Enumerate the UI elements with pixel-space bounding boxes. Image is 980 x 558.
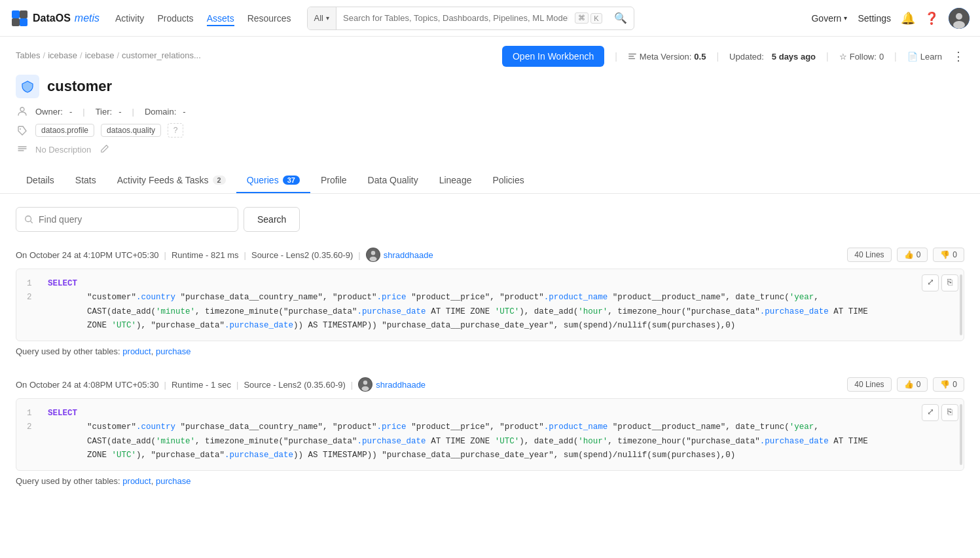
svg-point-8 [20, 128, 21, 130]
learn-button[interactable]: 📄 Learn [907, 52, 942, 62]
nav-assets[interactable]: Assets [207, 10, 234, 26]
description-text: No Description [35, 145, 91, 155]
svg-rect-3 [20, 18, 27, 26]
query-lines-1: 40 Lines [847, 248, 891, 262]
query-source-2: Source - Lens2 (0.35.60-9) [244, 380, 345, 390]
tab-activity-feeds[interactable]: Activity Feeds & Tasks 2 [107, 168, 236, 193]
code-line-1-1: 1 SELECT [27, 277, 953, 291]
tab-lineage[interactable]: Lineage [429, 168, 482, 193]
scrollbar-1[interactable] [960, 274, 962, 335]
breadcrumb: Tables / icebase / icebase / customer_re… [16, 50, 201, 60]
query-search-input[interactable] [39, 214, 230, 225]
code-line-2-2: 2 "customer".country "purchase_data__cou… [27, 420, 953, 434]
breadcrumb-tables[interactable]: Tables [16, 50, 41, 60]
tab-profile[interactable]: Profile [310, 168, 357, 193]
queries-badge: 37 [283, 176, 300, 185]
query-runtime-2: Runtime - 1 sec [172, 380, 231, 390]
open-workbench-button[interactable]: Open In Workbench [502, 46, 604, 67]
version-icon [628, 52, 637, 61]
breadcrumb-icebase1[interactable]: icebase [48, 50, 77, 60]
tab-policies[interactable]: Policies [482, 168, 534, 193]
query-user-1[interactable]: shraddhaade [366, 248, 433, 262]
search-keyboard-shortcut: ⌘ K [575, 12, 607, 24]
breadcrumb-customer-relations[interactable]: customer_relations... [122, 50, 201, 60]
entity-icon [16, 75, 39, 98]
svg-rect-2 [12, 18, 20, 26]
tab-queries[interactable]: Queries 37 [236, 168, 310, 193]
nav-links: Activity Products Assets Resources [115, 10, 291, 26]
more-options-button[interactable]: ⋮ [953, 49, 964, 64]
app-logo[interactable]: DataOS metis [10, 9, 100, 28]
nav-products[interactable]: Products [157, 10, 193, 26]
copy-code-button-1[interactable]: ⎘ [941, 274, 958, 291]
query-search-box[interactable] [16, 207, 238, 232]
description-icon [16, 145, 29, 155]
svg-point-14 [363, 381, 367, 384]
owner-tier-domain-row: Owner: - | Tier: - | Domain: - [16, 106, 964, 117]
nav-activity[interactable]: Activity [115, 10, 144, 26]
query-meta-right-2: 40 Lines 👍 0 👎 0 [847, 377, 964, 392]
page-header-actions: Open In Workbench | Meta Version: 0.5 | … [502, 46, 964, 67]
query-search-icon [24, 215, 33, 224]
query-code-2: ⤢ ⎘ 1 SELECT 2 "customer".country "purch… [16, 398, 964, 471]
footer-link-purchase-1[interactable]: purchase [156, 346, 191, 356]
follow-button[interactable]: ☆ Follow: 0 [839, 52, 884, 62]
code-line-2-3: CAST(date_add('minute', timezone_minute(… [27, 435, 953, 449]
expand-code-button-1[interactable]: ⤢ [922, 274, 939, 291]
owner-value: - [69, 107, 72, 117]
nav-right-area: Govern ▾ Settings 🔔 ❓ [811, 8, 970, 29]
upvote-button-2[interactable]: 👍 0 [897, 377, 928, 392]
query-lines-2: 40 Lines [847, 377, 891, 392]
scrollbar-2[interactable] [960, 404, 962, 465]
query-card-2: On October 24 at 4:08PM UTC+05:30 | Runt… [16, 377, 964, 486]
add-tag-button[interactable]: ? [168, 123, 183, 138]
search-input[interactable] [336, 7, 575, 29]
user-avatar[interactable] [949, 8, 970, 29]
code-line-1-4: ZONE 'UTC'), "purchase_data".purchase_da… [27, 319, 953, 333]
govern-button[interactable]: Govern ▾ [811, 13, 847, 24]
edit-description-icon[interactable] [100, 144, 109, 155]
query-search-button[interactable]: Search [244, 207, 300, 232]
upvote-button-1[interactable]: 👍 0 [897, 248, 928, 262]
domain-value: - [183, 107, 185, 117]
global-search-bar[interactable]: All ▾ ⌘ K 🔍 [307, 7, 634, 30]
tag-icon [16, 125, 29, 136]
query-footer-2: Query used by other tables: product, pur… [16, 476, 964, 486]
description-row: No Description [16, 144, 964, 155]
activity-feeds-badge: 2 [213, 176, 226, 185]
search-prefix[interactable]: All ▾ [308, 7, 336, 29]
breadcrumb-icebase2[interactable]: icebase [85, 50, 115, 60]
entity-meta-rows: Owner: - | Tier: - | Domain: - dataos.pr… [0, 98, 980, 155]
notifications-icon[interactable]: 🔔 [901, 12, 915, 25]
queries-content: Search On October 24 at 4:10PM UTC+05:30… [0, 194, 980, 520]
query-code-1: ⤢ ⎘ 1 SELECT 2 "customer".country "purch… [16, 269, 964, 341]
svg-point-6 [953, 21, 965, 29]
settings-link[interactable]: Settings [858, 13, 891, 24]
footer-link-product-2[interactable]: product [122, 476, 151, 486]
nav-resources[interactable]: Resources [247, 10, 291, 26]
tab-details[interactable]: Details [16, 168, 65, 193]
updated-info: Updated: 5 days ago [729, 52, 816, 62]
downvote-button-1[interactable]: 👎 0 [933, 248, 964, 262]
tag-dataos-profile[interactable]: dataos.profile [35, 124, 94, 137]
svg-rect-1 [20, 10, 27, 18]
tab-stats[interactable]: Stats [65, 168, 107, 193]
tag-dataos-quality[interactable]: dataos.quality [101, 124, 161, 137]
expand-code-button-2[interactable]: ⤢ [922, 404, 939, 421]
footer-link-purchase-2[interactable]: purchase [156, 476, 191, 486]
query-meta-1: On October 24 at 4:10PM UTC+05:30 | Runt… [16, 248, 964, 262]
search-icon[interactable]: 🔍 [608, 12, 634, 24]
tab-data-quality[interactable]: Data Quality [357, 168, 429, 193]
query-meta-2: On October 24 at 4:08PM UTC+05:30 | Runt… [16, 377, 964, 392]
copy-code-button-2[interactable]: ⎘ [941, 404, 958, 421]
downvote-button-2[interactable]: 👎 0 [933, 377, 964, 392]
query-meta-left-1: On October 24 at 4:10PM UTC+05:30 | Runt… [16, 248, 433, 262]
footer-link-product-1[interactable]: product [122, 346, 151, 356]
query-user-2[interactable]: shraddhaade [358, 377, 426, 392]
help-icon[interactable]: ❓ [925, 12, 938, 25]
svg-rect-0 [12, 10, 20, 18]
svg-point-7 [20, 107, 24, 111]
page-title: customer [47, 78, 112, 95]
svg-point-11 [371, 251, 375, 255]
meta-version-value: 0.5 [694, 52, 706, 62]
